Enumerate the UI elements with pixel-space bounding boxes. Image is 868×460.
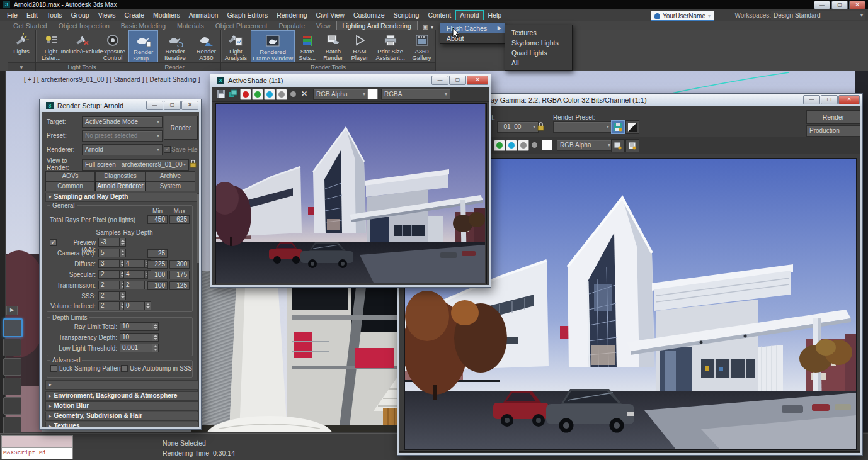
a360-gallery-button[interactable]: A360 Gallery bbox=[408, 30, 435, 62]
menu-item-textures[interactable]: Textures bbox=[505, 28, 572, 38]
maximize-icon[interactable]: ▢ bbox=[164, 101, 181, 110]
menu-item-flush-caches[interactable]: Flush Caches ▶ bbox=[440, 23, 505, 33]
close-icon[interactable]: ✕ bbox=[838, 95, 860, 104]
state-sets-button[interactable]: State Sets... bbox=[295, 30, 319, 62]
clone-rendered-frame-icon[interactable] bbox=[611, 139, 625, 152]
production-dropdown[interactable]: Production▾ bbox=[806, 125, 860, 137]
maxscript-output-pane[interactable] bbox=[2, 436, 72, 448]
rfw-channel-dropdown[interactable]: RGB Alpha▾ bbox=[557, 140, 614, 151]
tab-system[interactable]: System bbox=[146, 181, 195, 191]
save-to-file-icon[interactable] bbox=[625, 139, 639, 152]
menu-group[interactable]: Group bbox=[67, 10, 94, 20]
menu-civil-view[interactable]: Civil View bbox=[312, 10, 349, 20]
minimize-icon[interactable]: — bbox=[803, 95, 820, 104]
tab-basic-modeling[interactable]: Basic Modeling bbox=[115, 21, 171, 30]
samples-field[interactable]: 2 bbox=[98, 270, 120, 279]
menu-graph-editors[interactable]: Graph Editors bbox=[222, 10, 272, 20]
render-button[interactable]: Render bbox=[164, 116, 198, 140]
rollout-textures[interactable]: ▸Textures bbox=[45, 422, 198, 427]
close-icon[interactable]: ✕ bbox=[849, 1, 865, 9]
samples-field[interactable]: 5 bbox=[98, 249, 120, 257]
clone-icon[interactable] bbox=[228, 89, 237, 101]
close-icon[interactable]: ✕ bbox=[467, 76, 488, 85]
print-size-assistant-button[interactable]: Print Size Assistant... bbox=[372, 30, 408, 62]
minimize-icon[interactable]: — bbox=[431, 76, 448, 85]
tab-diagnostics[interactable]: Diagnostics bbox=[95, 171, 146, 181]
exposure-control-button[interactable]: Exposure Control bbox=[98, 30, 128, 62]
samples-field[interactable]: 2 bbox=[98, 281, 120, 289]
depth-field[interactable]: 0 bbox=[123, 301, 145, 310]
samples-field[interactable]: 2 bbox=[98, 301, 120, 310]
spinner-icon[interactable] bbox=[120, 291, 126, 300]
main-titlebar[interactable]: 3 Arnold2018.max - Autodesk 3ds Max — ▢ … bbox=[0, 0, 868, 9]
panel-expand-icon[interactable]: ▶ bbox=[6, 306, 18, 315]
spinner-icon[interactable] bbox=[145, 301, 151, 310]
dock-swatch-button[interactable] bbox=[3, 378, 21, 395]
depth-field[interactable]: 4 bbox=[123, 270, 145, 279]
save-file-checkbox[interactable]: ✓ bbox=[164, 146, 171, 153]
dock-swatch-button[interactable] bbox=[3, 358, 21, 376]
lights-button[interactable]: Lights bbox=[8, 30, 35, 62]
render-setup-titlebar[interactable]: 3 Render Setup: Arnold — ▢ ✕ bbox=[40, 99, 201, 112]
spinner-icon[interactable] bbox=[120, 249, 126, 257]
dock-swatch-button[interactable] bbox=[3, 318, 23, 337]
menu-tools[interactable]: Tools bbox=[42, 10, 67, 20]
red-channel-button[interactable] bbox=[240, 89, 251, 100]
spinner-icon[interactable] bbox=[152, 344, 159, 352]
menu-item-about[interactable]: About bbox=[440, 33, 505, 43]
samples-field[interactable]: 2 bbox=[98, 291, 120, 300]
spinner-icon[interactable] bbox=[152, 333, 159, 342]
activeshade-channel-dropdown[interactable]: RGB Alpha▾ bbox=[313, 89, 368, 100]
menu-file[interactable]: File bbox=[3, 10, 22, 20]
menu-help[interactable]: Help bbox=[484, 10, 506, 20]
rollout-motion-blur[interactable]: ▸Motion Blur bbox=[45, 401, 198, 411]
menu-edit[interactable]: Edit bbox=[22, 10, 42, 20]
value-field[interactable]: 0.001 bbox=[120, 344, 152, 352]
use-autobump-checkbox[interactable]: ✓ bbox=[121, 365, 128, 372]
browse-button[interactable]: ... bbox=[191, 146, 197, 153]
light-lister-button[interactable]: Light Lister... bbox=[36, 30, 66, 62]
include-exclude-button[interactable]: ✕ Include/Exclude bbox=[66, 30, 98, 62]
ribbon-collapse-icon[interactable]: ▣ ▾ bbox=[423, 24, 435, 30]
alpha-channel-icon[interactable] bbox=[532, 142, 537, 148]
activeshade-titlebar[interactable]: 3 ActiveShade (1:1) — ▢ ✕ bbox=[210, 74, 491, 87]
alpha-channel-icon[interactable] bbox=[290, 91, 296, 97]
menu-arnold[interactable]: Arnold bbox=[455, 10, 483, 20]
menu-scripting[interactable]: Scripting bbox=[389, 10, 424, 20]
tab-aovs[interactable]: AOVs bbox=[45, 171, 95, 181]
activeshade-display-dropdown[interactable]: RGBA▾ bbox=[381, 89, 450, 100]
dock-swatch-button[interactable] bbox=[3, 397, 21, 415]
tab-materials[interactable]: Materials bbox=[171, 21, 210, 30]
user-account-button[interactable]: YourUserName ▾ bbox=[651, 11, 714, 21]
maximize-icon[interactable]: ▢ bbox=[821, 95, 838, 104]
menu-item-skydome-lights[interactable]: Skydome Lights bbox=[505, 38, 572, 48]
spinner-icon[interactable] bbox=[120, 238, 126, 247]
save-icon[interactable] bbox=[217, 89, 226, 101]
light-analysis-button[interactable]: Light Analysis bbox=[221, 30, 251, 62]
green-channel-button[interactable] bbox=[252, 89, 263, 100]
rfw-render-button[interactable]: Render bbox=[806, 110, 860, 124]
depth-field[interactable]: 2 bbox=[123, 281, 145, 289]
preview-aa-checkbox[interactable]: ✓ bbox=[50, 239, 57, 246]
target-dropdown[interactable]: ActiveShade Mode▾ bbox=[82, 116, 163, 128]
mono-channel-button[interactable] bbox=[518, 140, 529, 151]
rollout-sampling[interactable]: ▾Sampling and Ray Depth bbox=[45, 193, 198, 202]
lock-icon[interactable] bbox=[537, 121, 545, 134]
rollout-environment[interactable]: ▸Environment, Background & Atmosphere bbox=[45, 391, 198, 401]
rendered-frame-window-button[interactable]: Rendered Frame Window bbox=[251, 30, 295, 62]
maximize-icon[interactable]: ▢ bbox=[449, 76, 466, 85]
maximize-icon[interactable]: ▢ bbox=[831, 1, 848, 9]
tab-archive[interactable]: Archive bbox=[146, 171, 195, 181]
tab-common[interactable]: Common bbox=[45, 181, 95, 191]
render-a360-button[interactable]: Render A360 bbox=[192, 30, 220, 62]
renderer-dropdown[interactable]: Arnold▾ bbox=[82, 144, 163, 155]
close-icon[interactable]: ✕ bbox=[181, 101, 198, 110]
lock-icon[interactable] bbox=[189, 159, 197, 171]
rfw-viewport-dropdown[interactable]: _01_00▾ bbox=[497, 121, 539, 133]
maxscript-mini-listener[interactable]: MAXScript Mi bbox=[1, 435, 73, 459]
menu-customize[interactable]: Customize bbox=[349, 10, 389, 20]
menu-item-quad-lights[interactable]: Quad Lights bbox=[505, 48, 572, 58]
lights-panel-arrow-icon[interactable]: ▾ bbox=[8, 62, 35, 71]
clear-icon[interactable]: ✕ bbox=[301, 89, 307, 98]
tab-populate[interactable]: Populate bbox=[273, 21, 311, 30]
